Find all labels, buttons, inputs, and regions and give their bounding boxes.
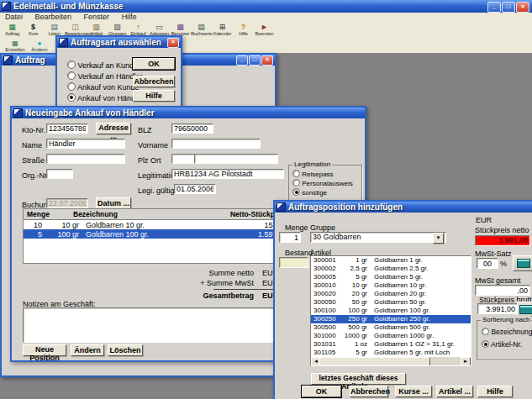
toolbar-erstellen[interactable]: ▦Erstellen	[3, 39, 28, 54]
kto-label: Kto-Nr.	[22, 126, 45, 134]
artikel-row[interactable]: 3000011 grGoldbarren 1 gr.	[311, 256, 471, 265]
datum-button[interactable]: Datum ...	[96, 197, 131, 209]
toolbar-kurs[interactable]: $Kurs	[23, 23, 44, 38]
radio-sonstige[interactable]: sonstige	[292, 188, 327, 197]
blz-input[interactable]	[171, 123, 213, 134]
blz-label: BLZ	[138, 126, 152, 134]
scroll-right-icon[interactable]: ►	[461, 357, 471, 366]
close-button[interactable]: ×	[516, 2, 529, 13]
mwst-satz-label: MwSt-Satz	[475, 249, 512, 258]
summe-mwst-label: + Summe MwSt	[178, 279, 254, 287]
plz-input[interactable]	[171, 154, 197, 164]
position-titlebar[interactable]: Auftragsposition hinzufügen	[275, 202, 532, 213]
buchung-input[interactable]	[46, 198, 88, 208]
radio-bezeichnung[interactable]: Bezeichnung	[482, 328, 532, 336]
radio-verkauf-haendler[interactable]: Verkauf an Händler	[67, 71, 143, 81]
legi-ab-input[interactable]	[174, 184, 216, 194]
kto-input[interactable]	[46, 123, 88, 134]
radio-ankauf-kunde[interactable]: Ankauf von Kunde	[67, 82, 140, 92]
artikel-row[interactable]: 300100100 grGoldbarren 100 gr.	[311, 307, 471, 315]
neue-position-button[interactable]: Neue Position	[23, 344, 66, 356]
loeschen-button[interactable]: Löschen	[108, 344, 143, 356]
menu-fenster[interactable]: Fenster	[79, 13, 115, 22]
artikel-row[interactable]: 3010001000 grGoldbarren 1000 gr.	[311, 332, 471, 340]
artikel-row[interactable]: 30005050 grGoldbarren 50 gr.	[311, 298, 471, 307]
brutto-calculator-button[interactable]	[517, 302, 532, 317]
position-abbrechen-button[interactable]: Abbrechen	[350, 386, 388, 397]
legitimation-group-title: Legitimation	[292, 160, 332, 168]
table-row[interactable]: 10 10 gr Goldbarren 10 gr. 154,00	[24, 220, 292, 229]
mwst-gesamt-input[interactable]	[475, 285, 530, 296]
mwst-satz-input[interactable]	[477, 258, 498, 269]
name-input[interactable]	[46, 139, 125, 149]
artikel-row[interactable]: 3000022,5 grGoldbarren 2,5 gr.	[311, 265, 471, 273]
radio-icon-selected	[482, 340, 489, 348]
artikel-row[interactable]: 3000055 grGoldbarren 5 gr.	[311, 273, 471, 281]
ort-input[interactable]	[194, 154, 278, 164]
radio-personalausweis[interactable]: Personalausweis	[292, 179, 353, 187]
scrollbar-thumb[interactable]	[319, 357, 430, 366]
vorname-input[interactable]	[171, 139, 261, 149]
toolbar-beenden[interactable]: ►Beenden	[254, 23, 275, 38]
gruppe-combobox[interactable]: 30 Goldbarren	[310, 232, 446, 243]
toolbar-kalender[interactable]: ⊞Kalender	[212, 23, 233, 38]
menu-bearbeiten[interactable]: Bearbeiten	[30, 13, 77, 22]
kurse-button[interactable]: Kurse ...	[395, 386, 432, 397]
neueingabe-dialog-icon	[13, 108, 23, 118]
table-row-selected[interactable]: 5 100 gr Goldbarren 100 gr. 1.597,00	[24, 229, 292, 239]
col-menge: Menge	[24, 210, 73, 218]
auftrag-minimize-button[interactable]: _	[236, 55, 248, 66]
adresse-button[interactable]: Adresse ...	[96, 123, 131, 134]
restore-button[interactable]: □	[502, 2, 515, 13]
bewertungen-icon: ◫	[65, 23, 86, 31]
erstellen-icon: ▦	[3, 39, 27, 47]
artikel-row-selected[interactable]: 300250250 grGoldbarren 250 gr.	[311, 315, 471, 323]
artikel-listbox[interactable]: 3000011 grGoldbarren 1 gr. 3000022,5 grG…	[310, 255, 471, 366]
position-ok-button[interactable]: OK	[302, 386, 341, 397]
toolbar-aendern[interactable]: ●Ändern	[28, 39, 51, 54]
toolbar-buchwerte[interactable]: ▤Buchwerte	[191, 23, 212, 38]
auftrag-maximize-button[interactable]: □	[249, 55, 261, 66]
toolbar-hilfe[interactable]: ?Hilfe	[233, 23, 254, 38]
stueckpreis-brutto-input[interactable]	[477, 303, 518, 314]
screen: Edelmetall- und Münzkasse _ □ × Datei Be…	[0, 0, 532, 399]
mwst-calculator-button[interactable]	[513, 255, 532, 271]
artikel-row[interactable]: 3011055 grGoldbarren 5 gr. mit Loch	[311, 349, 471, 357]
gruppe-dropdown-icon[interactable]: ▼	[433, 233, 444, 244]
summe-netto-label: Summe netto	[178, 269, 254, 277]
auftragsart-close-button[interactable]: ×	[167, 38, 179, 48]
letztes-geschaeft-button[interactable]: letztes Geschäft dieses Artikels ...	[311, 373, 406, 385]
auftrag-window-icon	[3, 55, 13, 65]
artikel-button[interactable]: Artikel ...	[436, 386, 473, 397]
org-input[interactable]	[46, 169, 73, 179]
minimize-button[interactable]: _	[487, 2, 501, 13]
menu-datei[interactable]: Datei	[0, 13, 28, 22]
strasse-input[interactable]	[46, 154, 125, 164]
auftragsart-ok-button[interactable]: OK	[133, 58, 175, 70]
auftrag-close-button[interactable]: ×	[261, 55, 273, 66]
window-title: Edelmetall- und Münzkasse	[13, 2, 124, 11]
neueingabe-titlebar[interactable]: Neueingabe Ankauf von Händler	[12, 108, 365, 118]
auftragsart-titlebar[interactable]: Auftragsart auswählen ×	[57, 37, 181, 48]
toolbar-auftrag[interactable]: ▦Auftrag	[2, 23, 23, 38]
horizontal-scrollbar[interactable]: ◄ ►	[311, 357, 471, 365]
auftragsart-dialog-icon	[59, 38, 68, 47]
stueckpreis-netto-label: Stückpreis netto	[475, 226, 529, 234]
auftragsart-abbrechen-button[interactable]: Abbrechen	[133, 76, 175, 87]
radio-artikel-nr[interactable]: Artikel-Nr.	[482, 340, 522, 349]
radio-reisepass[interactable]: Reisepass	[292, 170, 334, 178]
artikel-row[interactable]: 3010311 ozGoldbarren 1 OZ = 31,1 gr.	[311, 340, 471, 349]
menge-input[interactable]	[279, 232, 301, 243]
artikel-row[interactable]: 30001010 grGoldbarren 10 gr.	[311, 281, 471, 290]
radio-verkauf-kunde[interactable]: Verkauf an Kunde	[67, 60, 138, 70]
artikel-row[interactable]: 300500500 grGoldbarren 500 gr.	[311, 323, 471, 332]
position-hilfe-button[interactable]: Hilfe	[477, 386, 513, 397]
artikel-row[interactable]: 30002020 grGoldbarren 20 gr.	[311, 290, 471, 298]
menu-hilfe[interactable]: Hilfe	[117, 13, 142, 22]
auftragsart-hilfe-button[interactable]: Hilfe	[133, 90, 175, 102]
aendern-button[interactable]: Ändern	[71, 344, 104, 356]
legitimation-input[interactable]	[171, 169, 284, 179]
artikel-icon: ▥	[86, 23, 107, 31]
menu-bar: Datei Bearbeiten Fenster Hilfe	[0, 13, 532, 22]
plzort-label: Plz Ort	[138, 156, 161, 165]
